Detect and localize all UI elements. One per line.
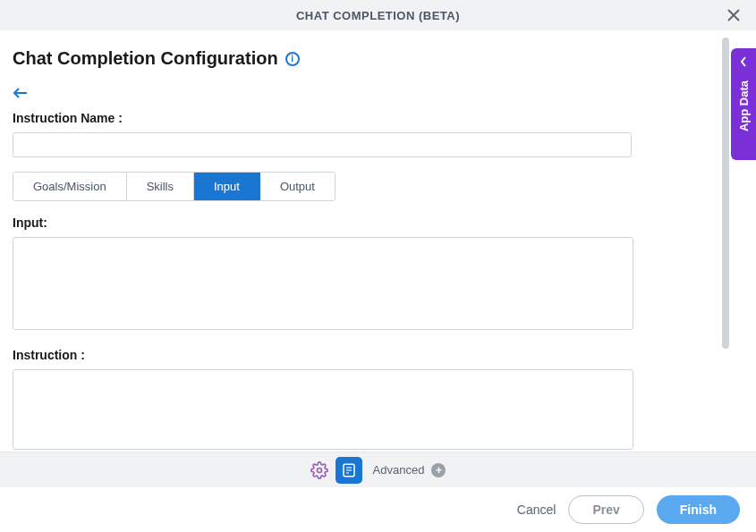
action-row: Cancel Prev Finish: [0, 487, 756, 532]
tab-output[interactable]: Output: [260, 173, 335, 200]
main-content: Chat Completion Configuration i Instruct…: [0, 30, 756, 452]
back-arrow-icon[interactable]: [13, 85, 29, 104]
instruction-name-input[interactable]: [13, 132, 632, 157]
instruction-textarea[interactable]: [13, 369, 633, 450]
chevron-left-icon: [740, 55, 747, 70]
scrollbar[interactable]: [722, 38, 729, 349]
instruction-label: Instruction :: [13, 348, 738, 362]
page-title-row: Chat Completion Configuration i: [13, 48, 738, 69]
page-title: Chat Completion Configuration: [13, 48, 278, 69]
toolbar-row: Advanced +: [0, 452, 756, 487]
info-icon[interactable]: i: [285, 52, 300, 66]
footer: Advanced + Cancel Prev Finish: [0, 452, 756, 532]
app-data-sidebar-tab[interactable]: App Data: [731, 48, 756, 160]
sidebar-tab-label: App Data: [737, 80, 751, 131]
cancel-button[interactable]: Cancel: [517, 502, 556, 517]
tab-skills[interactable]: Skills: [127, 173, 194, 200]
tab-input[interactable]: Input: [194, 173, 260, 200]
input-textarea[interactable]: [13, 237, 633, 330]
input-label: Input:: [13, 215, 738, 230]
tabs-container: Goals/Mission Skills Input Output: [13, 172, 336, 201]
add-icon[interactable]: +: [431, 463, 446, 477]
instruction-name-label: Instruction Name :: [13, 111, 738, 125]
advanced-label: Advanced: [373, 463, 425, 477]
finish-button[interactable]: Finish: [657, 495, 740, 524]
svg-point-3: [317, 468, 321, 472]
dialog-title: CHAT COMPLETION (BETA): [296, 9, 460, 22]
prev-button[interactable]: Prev: [568, 495, 643, 524]
tab-goals-mission[interactable]: Goals/Mission: [13, 173, 127, 200]
document-icon[interactable]: [336, 457, 362, 484]
dialog-header: CHAT COMPLETION (BETA): [0, 0, 756, 30]
gear-icon[interactable]: [310, 461, 328, 479]
close-icon[interactable]: [726, 7, 742, 23]
